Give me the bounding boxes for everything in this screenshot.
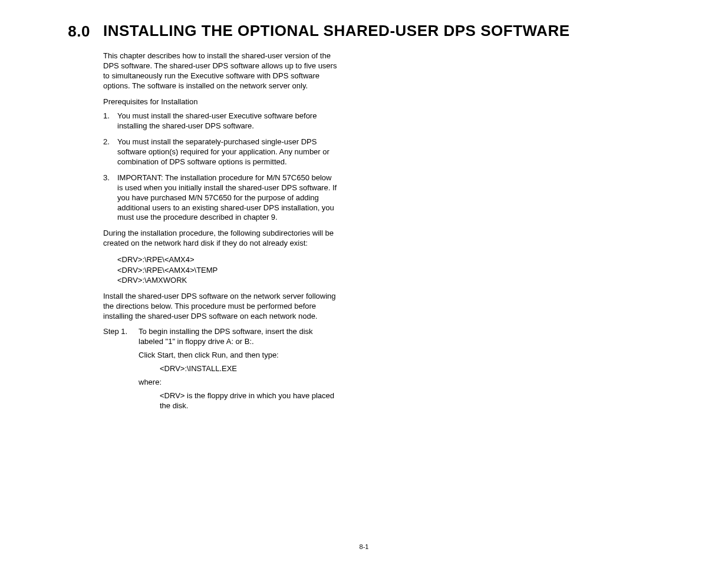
step-command: <DRV>:\INSTALL.EXE — [160, 364, 339, 374]
intro-paragraph: This chapter describes how to install th… — [103, 51, 339, 91]
prereq-item: 3. IMPORTANT: The installation procedure… — [103, 173, 339, 223]
item-text: IMPORTANT: The installation procedure fo… — [117, 173, 339, 223]
step-where: where: — [139, 378, 339, 388]
path-line: <DRV>:\RPE\<AMX4>\TEMP — [117, 265, 339, 276]
document-page: 8.0 INSTALLING THE OPTIONAL SHARED-USER … — [0, 0, 728, 415]
step-body: To begin installing the DPS software, in… — [139, 327, 339, 414]
section-number: 8.0 — [47, 22, 103, 41]
section-title: INSTALLING THE OPTIONAL SHARED-USER DPS … — [103, 22, 570, 40]
step-text: To begin installing the DPS software, in… — [139, 327, 339, 347]
during-paragraph: During the installation procedure, the f… — [103, 229, 339, 249]
content-body: This chapter describes how to install th… — [103, 51, 339, 415]
section-header: 8.0 INSTALLING THE OPTIONAL SHARED-USER … — [47, 22, 681, 41]
step-item: Step 1. To begin installing the DPS soft… — [103, 327, 339, 414]
step-definition: <DRV> is the floppy drive in which you h… — [160, 391, 339, 411]
item-number: 1. — [103, 111, 117, 131]
item-text: You must install the shared-user Executi… — [117, 111, 339, 131]
step-text: Click Start, then click Run, and then ty… — [139, 351, 339, 361]
item-text: You must install the separately-purchase… — [117, 137, 339, 167]
path-list: <DRV>:\RPE\<AMX4> <DRV>:\RPE\<AMX4>\TEMP… — [117, 254, 339, 286]
install-paragraph: Install the shared-user DPS software on … — [103, 292, 339, 322]
prereq-item: 2. You must install the separately-purch… — [103, 137, 339, 167]
item-number: 2. — [103, 137, 117, 167]
step-label: Step 1. — [103, 327, 139, 414]
path-line: <DRV>:\AMXWORK — [117, 275, 339, 286]
item-number: 3. — [103, 173, 117, 223]
prerequisites-heading: Prerequisites for Installation — [103, 97, 339, 107]
prereq-item: 1. You must install the shared-user Exec… — [103, 111, 339, 131]
page-number: 8-1 — [0, 543, 728, 550]
path-line: <DRV>:\RPE\<AMX4> — [117, 254, 339, 265]
